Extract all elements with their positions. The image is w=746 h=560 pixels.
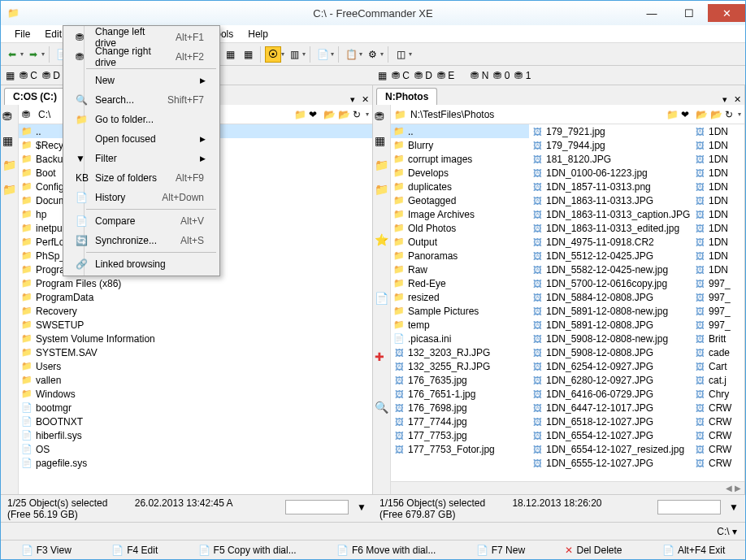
file-item[interactable]: 🖼179_7944.jpg: [529, 138, 692, 152]
fn-f6[interactable]: 📄F6 Move with dial...: [336, 545, 436, 556]
path-icon[interactable]: 📂: [323, 109, 336, 120]
file-item[interactable]: 🖼997_: [692, 304, 740, 318]
file-item[interactable]: 🖼181_8120.JPG: [529, 152, 692, 166]
doc-icon[interactable]: 📄: [375, 292, 389, 306]
menu-item-history[interactable]: 📄HistoryAlt+Down: [65, 188, 218, 207]
file-item[interactable]: 🖼1DN_1857-11-0313.png: [529, 180, 692, 193]
tb-icon[interactable]: 📋: [343, 46, 359, 63]
path-icon[interactable]: 📂: [696, 109, 709, 120]
file-item[interactable]: 🖼1DN_6254-12-0927.JPG: [529, 359, 692, 373]
file-item[interactable]: 📁System Volume Information: [19, 332, 372, 345]
fn-f7[interactable]: 📄F7 New: [476, 545, 525, 556]
file-item[interactable]: 🖼1DN_0100-06-1223.jpg: [529, 166, 692, 180]
file-item[interactable]: 📁Windows: [19, 387, 372, 401]
drive-D[interactable]: ⛃ D: [414, 70, 432, 81]
filter-icon[interactable]: ▼: [357, 501, 366, 513]
file-item[interactable]: 📁Sample Pictures: [391, 304, 529, 318]
file-item[interactable]: 📁temp: [391, 318, 529, 332]
file-item[interactable]: 🖼1DN: [692, 124, 740, 138]
menu-item-go-to-folder-[interactable]: 📁Go to folder...: [65, 110, 218, 129]
drive-C[interactable]: ⛃ C: [392, 70, 410, 81]
file-item[interactable]: 📁SWSETUP: [19, 318, 372, 332]
drive-0[interactable]: ⛃ 0: [493, 70, 510, 81]
file-item[interactable]: 🖼1DN: [692, 180, 740, 193]
file-item[interactable]: 🖼1DN_5512-12-0425.JPG: [529, 249, 692, 263]
search-icon[interactable]: 🔍: [375, 401, 389, 415]
file-item[interactable]: 📄pagefile.sys: [19, 456, 372, 470]
file-item[interactable]: 🖼176_7698.jpg: [391, 401, 529, 415]
file-item[interactable]: 🖼1DN_6447-12-1017.JPG: [529, 401, 692, 415]
file-item[interactable]: 🖼1DN_5891-12-0808-new.jpg: [529, 304, 692, 318]
file-item[interactable]: 🖼Britt: [692, 332, 740, 345]
file-item[interactable]: 🖼1DN: [692, 221, 740, 235]
path-icon[interactable]: ❤: [681, 109, 694, 120]
folder-icon[interactable]: 📁: [2, 158, 17, 173]
tab-close[interactable]: ✕: [358, 94, 372, 105]
drive-N[interactable]: ⛃ N: [471, 70, 488, 81]
file-item[interactable]: 🖼1DN_6554-12-1027.JPG: [529, 428, 692, 442]
file-item[interactable]: 🖼1DN: [692, 166, 740, 180]
file-item[interactable]: 🖼997_: [692, 276, 740, 290]
file-item[interactable]: 🖼177_7753.jpg: [391, 428, 529, 442]
back-button[interactable]: ⬅: [4, 46, 20, 63]
menu-help[interactable]: Help: [241, 26, 275, 42]
path-icon[interactable]: 📁: [294, 109, 307, 120]
file-item[interactable]: 🖼1DN_1863-11-0313_edited.jpg: [529, 221, 692, 235]
tb-icon[interactable]: ⦿: [265, 46, 281, 63]
file-item[interactable]: 🖼177_7753_Fotor.jpg: [391, 442, 529, 456]
folder-icon[interactable]: 📁: [375, 183, 389, 198]
file-item[interactable]: 🖼177_7744.jpg: [391, 415, 529, 428]
file-item[interactable]: 📁Output: [391, 235, 529, 249]
right-tab[interactable]: N:Photos: [376, 88, 437, 105]
tb-icon[interactable]: ▦: [222, 46, 238, 63]
maximize-button[interactable]: ☐: [670, 4, 708, 22]
filter-icon[interactable]: ▼: [729, 501, 739, 513]
path-icon[interactable]: ↻: [353, 109, 366, 120]
file-item[interactable]: 🖼1DN_1863-11-0313.JPG: [529, 193, 692, 207]
left-filter-dropdown[interactable]: [285, 500, 349, 514]
file-item[interactable]: 🖼1DN_6280-12-0927.JPG: [529, 373, 692, 387]
drive-icon[interactable]: ⛃: [375, 110, 389, 124]
file-item[interactable]: 🖼179_7921.jpg: [529, 124, 692, 138]
menu-item-compare[interactable]: 📄CompareAlt+V: [65, 211, 218, 231]
file-item[interactable]: 📄bootmgr: [19, 401, 372, 415]
file-item[interactable]: 🖼CRW: [692, 415, 740, 428]
close-button[interactable]: ✕: [708, 4, 745, 22]
file-item[interactable]: 📁vallen: [19, 373, 372, 387]
file-item[interactable]: 📄OS: [19, 442, 372, 456]
address-text[interactable]: C:\: [717, 526, 729, 537]
file-item[interactable]: 🖼176_7635.jpg: [391, 373, 529, 387]
apps-icon[interactable]: ▦: [375, 134, 389, 149]
file-item[interactable]: 📁Program Files (x86): [19, 276, 372, 290]
file-item[interactable]: 📄hiberfil.sys: [19, 428, 372, 442]
file-item[interactable]: 🖼CRW: [692, 442, 740, 456]
file-item[interactable]: 📁Recovery: [19, 304, 372, 318]
file-item[interactable]: 🖼1DN_5908-12-0808-new.jpg: [529, 332, 692, 345]
file-item[interactable]: 🖼1DN: [692, 263, 740, 276]
file-item[interactable]: 📁corrupt images: [391, 152, 529, 166]
file-item[interactable]: 📁Panoramas: [391, 249, 529, 263]
menu-item-linked-browsing[interactable]: 🔗Linked browsing: [65, 254, 218, 274]
path-icon[interactable]: 📁: [666, 109, 679, 120]
file-item[interactable]: 🖼132_3203_RJ.JPG: [391, 345, 529, 359]
file-item[interactable]: 🖼cade: [692, 345, 740, 359]
menu-item-change-right-drive[interactable]: ⛃Change right driveAlt+F2: [65, 47, 218, 67]
menu-item-synchronize-[interactable]: 🔄Synchronize...Alt+S: [65, 231, 218, 250]
fav-icon[interactable]: ⭐: [375, 233, 389, 248]
file-item[interactable]: 🖼1DN_5884-12-0808.JPG: [529, 290, 692, 304]
menu-item-filter[interactable]: ▼Filter▶: [65, 149, 218, 168]
menu-item-open-focused[interactable]: Open focused▶: [65, 129, 218, 149]
file-item[interactable]: 🖼1DN: [692, 193, 740, 207]
minimize-button[interactable]: —: [633, 4, 670, 22]
file-item[interactable]: 🖼1DN_1863-11-0313_caption.JPG: [529, 207, 692, 221]
fn-del[interactable]: ✕Del Delete: [565, 545, 622, 556]
fn-f3[interactable]: 📄F3 View: [21, 545, 72, 556]
right-path[interactable]: N:\TestFiles\Photos: [409, 109, 665, 120]
file-item[interactable]: 📁Users: [19, 359, 372, 373]
left-tab[interactable]: C:OS (C:): [4, 88, 66, 105]
file-item[interactable]: 🖼176_7651-1.jpg: [391, 387, 529, 401]
drive-1[interactable]: ⛃ 1: [514, 70, 531, 81]
file-item[interactable]: 📁Red-Eye: [391, 276, 529, 290]
file-item[interactable]: 🖼1DN_6554-12-1027_resized.jpg: [529, 442, 692, 456]
file-item[interactable]: 📁Develops: [391, 166, 529, 180]
